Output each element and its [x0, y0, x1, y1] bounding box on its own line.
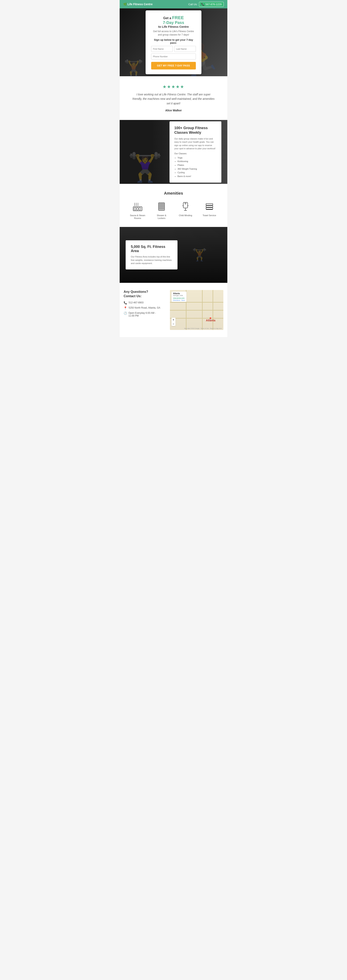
- map-pin: 📍: [208, 317, 212, 321]
- gf-classes-list: Yoga Kickboxing Pilates 360 Weight Train…: [174, 156, 217, 178]
- contact-phone: 📞 512-467-8903: [124, 301, 162, 304]
- map-directions-btn[interactable]: Directions: [173, 299, 180, 301]
- svg-rect-20: [206, 204, 213, 205]
- child-label: Child Minding: [179, 214, 192, 217]
- list-item: Barre & more!: [177, 175, 217, 178]
- phone-input[interactable]: [151, 54, 196, 59]
- sauna-label: Sauna & Steam Rooms: [130, 214, 146, 220]
- amenity-towel: Towel Service: [201, 201, 217, 220]
- phone-badge[interactable]: 📞 567-876-1229: [199, 2, 224, 7]
- map-road: [212, 290, 213, 330]
- last-name-input[interactable]: [174, 46, 196, 52]
- shower-icon: [156, 201, 167, 212]
- zoom-out-button[interactable]: −: [172, 322, 175, 326]
- testimonial-quote: I love working out at Life Fitness Centr…: [132, 92, 215, 106]
- logo[interactable]: 🌿 Life Fitness Centre: [123, 3, 152, 6]
- amenities-title: Amenities: [124, 191, 223, 196]
- site-header: 🌿 Life Fitness Centre Call Us: 📞 567-876…: [120, 0, 227, 8]
- amenities-grid: Sauna & Steam Rooms: [124, 201, 223, 220]
- map-actions: Directions Save: [173, 299, 185, 301]
- testimonial-author: Alice Walker: [132, 109, 215, 112]
- contact-address: 📍 5250 North Road, Atlanta, GA: [124, 306, 162, 310]
- contact-address-text: 5250 North Road, Atlanta, GA: [128, 306, 160, 309]
- map-city-name: Atlanta: [173, 293, 185, 294]
- hero-bg-person-left: 🏋️: [124, 60, 144, 76]
- hero-headline: Get a FREE 7-Day Pass to Life Fitness Ce…: [151, 15, 196, 29]
- map-road: [170, 310, 223, 310]
- testimonial-section: ★★★★★ I love working out at Life Fitness…: [120, 76, 227, 120]
- child-icon: [180, 201, 191, 212]
- map-state: Georgia, USA: [173, 294, 185, 296]
- contact-heading2: Contact Us:: [124, 294, 162, 298]
- list-item: Yoga: [177, 156, 217, 160]
- group-fitness-section: 🏋️‍♀️ 100+ Group Fitness Classes Weekly …: [120, 120, 227, 184]
- map-info-box: Atlanta Georgia, USA View larger map Dir…: [171, 292, 187, 302]
- map-watermark: Map data ©2018 Google · Terms of Use · R…: [184, 328, 222, 329]
- hero-free: FREE: [172, 15, 184, 20]
- contact-info: Any Questions? Contact Us: 📞 512-467-890…: [124, 290, 162, 319]
- svg-rect-14: [183, 202, 188, 208]
- svg-rect-2: [136, 208, 138, 210]
- zoom-in-button[interactable]: +: [172, 318, 175, 322]
- hero-description: Get full access to Life's Fitness Centre…: [151, 30, 196, 37]
- contact-heading1: Any Questions?: [124, 290, 162, 294]
- hero-form-card: Get a FREE 7-Day Pass to Life Fitness Ce…: [146, 10, 201, 75]
- gf-classes-label: Our Classes:: [174, 152, 217, 155]
- amenities-section: Amenities Sauna & Steam Rooms: [120, 184, 227, 227]
- group-fitness-card: 100+ Group Fitness Classes Weekly Our da…: [170, 121, 221, 183]
- fitness-area-section: 🏋️ 5,000 Sq. Ft. Fitness Area Our Fitnes…: [120, 227, 227, 283]
- map-road: [202, 290, 203, 330]
- location-icon: 📍: [124, 306, 127, 310]
- map-view-link[interactable]: View larger map: [173, 297, 185, 299]
- map-container: Atlanta Atlanta Georgia, USA View larger…: [170, 290, 223, 330]
- gf-description: Our daily group classes make it fun and …: [174, 137, 217, 150]
- cta-button[interactable]: GET MY FREE 7-DAY PASS: [151, 62, 196, 70]
- dumbbell-decoration: 🏋️: [171, 227, 227, 283]
- list-item: Kickboxing: [177, 159, 217, 163]
- towel-icon: [204, 201, 215, 212]
- contact-hours: 🕐 Open Everyday 6:00 AM - 11:00 PM: [124, 312, 162, 317]
- hero-prefix: Get a: [163, 16, 171, 20]
- map-save-btn[interactable]: Save: [181, 299, 185, 301]
- svg-rect-1: [134, 208, 136, 210]
- call-label: Call Us:: [189, 3, 198, 6]
- fitness-area-card: 5,000 Sq. Ft. Fitness Area Our Fitness A…: [126, 240, 177, 269]
- shower-label: Shower & Lockers: [154, 214, 170, 220]
- map-road: [170, 302, 223, 302]
- svg-rect-3: [139, 208, 141, 210]
- amenity-shower: Shower & Lockers: [154, 201, 170, 220]
- phone-icon: 📞: [201, 3, 204, 6]
- hours-icon: 🕐: [124, 312, 127, 315]
- map-road: [170, 318, 223, 318]
- logo-text: 🌿 Life Fitness Centre: [123, 3, 152, 6]
- contact-phone-number: 512-467-8903: [128, 301, 144, 304]
- map-zoom-controls: + −: [171, 318, 176, 326]
- map-background: Atlanta Atlanta Georgia, USA View larger…: [170, 290, 223, 330]
- sauna-icon: [132, 201, 143, 212]
- svg-rect-22: [206, 208, 213, 209]
- header-phone-number: 567-876-1229: [205, 3, 222, 6]
- list-item: Pilates: [177, 163, 217, 167]
- first-name-input[interactable]: [151, 46, 173, 52]
- amenity-sauna: Sauna & Steam Rooms: [130, 201, 146, 220]
- amenity-child: Child Minding: [177, 201, 193, 220]
- hero-pass: 7-Day Pass: [163, 21, 184, 25]
- hero-suffix: to Life Fitness Centre: [158, 25, 189, 28]
- hero-section: 🏋️ 🏃 Get a FREE 7-Day Pass to Life Fitne…: [120, 8, 227, 76]
- list-item: 360 Weight Training: [177, 167, 217, 171]
- fa-title: 5,000 Sq. Ft. Fitness Area: [131, 245, 172, 253]
- phone-contact-icon: 📞: [124, 301, 127, 304]
- gf-title: 100+ Group Fitness Classes Weekly: [174, 126, 217, 135]
- towel-label: Towel Service: [203, 214, 216, 217]
- svg-point-19: [185, 203, 186, 204]
- fa-description: Our Fitness Area includes top-of-the-lin…: [131, 255, 172, 265]
- gym-person-icon: 🏋️‍♀️: [128, 151, 163, 184]
- star-rating: ★★★★★: [132, 84, 215, 89]
- phone-row: [151, 54, 196, 59]
- header-call-area: Call Us: 📞 567-876-1229: [189, 2, 224, 7]
- contact-hours-text: Open Everyday 6:00 AM - 11:00 PM: [128, 312, 162, 317]
- list-item: Cycling: [177, 171, 217, 175]
- hero-signup-text: Sign up below to get your 7-day pass:: [151, 38, 196, 44]
- svg-rect-21: [206, 205, 213, 207]
- name-row: [151, 46, 196, 52]
